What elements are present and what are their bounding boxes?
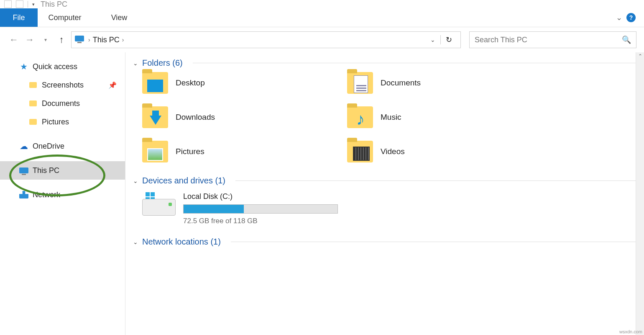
this-pc-icon <box>75 36 86 44</box>
refresh-button[interactable]: ↻ <box>440 35 457 44</box>
search-box[interactable]: 🔍 <box>469 31 636 48</box>
tree-label: Pictures <box>42 118 69 126</box>
tree-item-screenshots[interactable]: Screenshots 📌 <box>0 76 125 94</box>
network-icon <box>19 190 28 199</box>
folder-label: Downloads <box>176 113 215 122</box>
forward-button[interactable]: → <box>23 34 36 45</box>
qat-dropdown-icon[interactable]: ▾ <box>32 2 35 7</box>
folder-icon: ♪ <box>347 106 373 128</box>
pin-icon[interactable]: 📌 <box>108 81 117 89</box>
tree-onedrive[interactable]: ☁ OneDrive <box>0 137 125 155</box>
navigation-bar: ← → ▾ ↑ › This PC › ⌄ ↻ 🔍 <box>0 27 644 52</box>
folder-icon <box>142 72 168 94</box>
star-icon: ★ <box>19 62 28 71</box>
qat-icon-1[interactable] <box>4 0 12 8</box>
tree-label: Screenshots <box>42 81 84 90</box>
cloud-icon: ☁ <box>19 142 28 151</box>
ribbon-tab-computer[interactable]: Computer <box>38 8 92 27</box>
tree-network[interactable]: Network <box>0 186 125 204</box>
folder-label: Desktop <box>176 78 205 88</box>
folder-icon <box>347 72 373 94</box>
section-header-devices[interactable]: ⌄ Devices and drives (1) <box>125 170 644 190</box>
ribbon-collapse-icon[interactable]: ⌄ <box>616 13 622 22</box>
folder-documents[interactable]: Documents <box>347 72 552 94</box>
title-bar: ▾ This PC <box>0 0 644 8</box>
tree-label: Network <box>33 191 60 199</box>
drive-icon <box>142 192 176 216</box>
drive-capacity-bar <box>183 204 338 214</box>
tree-this-pc[interactable]: This PC <box>0 161 125 180</box>
tree-item-documents[interactable]: Documents <box>0 94 125 113</box>
folder-downloads[interactable]: Downloads <box>142 106 347 128</box>
section-divider <box>193 63 640 63</box>
drive-used-fill <box>184 205 244 213</box>
folder-icon <box>347 141 373 162</box>
folder-label: Pictures <box>176 147 204 156</box>
section-header-network[interactable]: ⌄ Network locations (1) <box>125 231 644 251</box>
folder-videos[interactable]: Videos <box>347 141 552 162</box>
tree-label: Quick access <box>33 62 77 71</box>
section-title: Network locations (1) <box>142 237 221 247</box>
ribbon: File Computer View ⌄ ? <box>0 8 644 27</box>
folder-icon <box>142 106 168 128</box>
folder-music[interactable]: ♪ Music <box>347 106 552 128</box>
help-icon[interactable]: ? <box>626 13 636 22</box>
section-divider <box>231 242 640 242</box>
address-bar[interactable]: › This PC › ⌄ ↻ <box>71 31 461 48</box>
vertical-scrollbar[interactable]: ⌃ <box>636 52 644 335</box>
drive-local-disk-c[interactable]: Local Disk (C:) 72.5 GB free of 118 GB <box>125 190 644 225</box>
section-divider <box>235 180 640 181</box>
tree-label: This PC <box>33 166 59 175</box>
back-button[interactable]: ← <box>8 34 20 45</box>
section-header-folders[interactable]: ⌄ Folders (6) <box>125 52 644 72</box>
folder-label: Videos <box>381 147 405 156</box>
navigation-pane: ★ Quick access Screenshots 📌 Documents P… <box>0 52 125 335</box>
breadcrumb-separator-2[interactable]: › <box>122 36 124 43</box>
chevron-down-icon[interactable]: ⌄ <box>133 178 138 184</box>
search-input[interactable] <box>475 36 622 44</box>
folder-icon <box>28 99 38 108</box>
folder-label: Music <box>381 113 401 122</box>
watermark: wsxdn.com <box>619 329 642 334</box>
file-tab[interactable]: File <box>0 8 38 27</box>
window-title: This PC <box>41 0 67 9</box>
up-button[interactable]: ↑ <box>55 34 68 45</box>
search-icon[interactable]: 🔍 <box>622 35 631 44</box>
tree-label: OneDrive <box>33 142 64 151</box>
folder-pictures[interactable]: Pictures <box>142 141 347 162</box>
scroll-up-icon[interactable]: ⌃ <box>637 52 643 60</box>
quick-access-toolbar: ▾ <box>4 0 35 8</box>
chevron-down-icon[interactable]: ⌄ <box>133 239 138 245</box>
qat-separator <box>28 1 28 8</box>
folder-icon <box>28 80 38 90</box>
tree-label: Documents <box>42 99 80 108</box>
folder-label: Documents <box>381 78 421 88</box>
section-title: Folders (6) <box>142 58 183 68</box>
recent-locations-icon[interactable]: ▾ <box>39 37 52 43</box>
section-title: Devices and drives (1) <box>142 176 225 186</box>
address-dropdown-icon[interactable]: ⌄ <box>428 36 438 43</box>
breadcrumb-separator[interactable]: › <box>88 36 90 43</box>
folder-desktop[interactable]: Desktop <box>142 72 347 94</box>
drive-name: Local Disk (C:) <box>183 192 338 201</box>
tree-quick-access[interactable]: ★ Quick access <box>0 57 125 76</box>
drive-free-text: 72.5 GB free of 118 GB <box>183 217 338 225</box>
tree-item-pictures[interactable]: Pictures <box>0 113 125 131</box>
content-pane: ⌄ Folders (6) Desktop Documents Download… <box>125 52 644 335</box>
monitor-icon <box>19 166 28 175</box>
qat-icon-2[interactable] <box>16 0 23 8</box>
chevron-down-icon[interactable]: ⌄ <box>133 60 138 67</box>
ribbon-tab-view[interactable]: View <box>92 8 146 27</box>
folder-icon <box>28 117 38 126</box>
breadcrumb-this-pc[interactable]: This PC <box>93 36 120 44</box>
folder-icon <box>142 141 168 162</box>
